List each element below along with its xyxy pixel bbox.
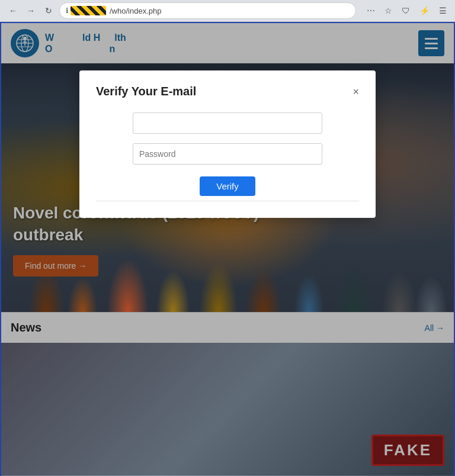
password-input[interactable] bbox=[133, 143, 322, 165]
forward-button[interactable]: → bbox=[24, 4, 38, 18]
browser-titlebar: ← → ↻ ℹ /who/index.php ⋯ ☆ 🛡 ⚡ ☰ bbox=[0, 0, 455, 21]
browser-menu-icons: ⋯ ☆ 🛡 ⚡ ☰ bbox=[364, 5, 449, 17]
modal-body: Verify bbox=[96, 112, 359, 196]
shield-button[interactable]: 🛡 bbox=[399, 5, 412, 17]
info-icon: ℹ bbox=[66, 7, 69, 15]
email-input[interactable] bbox=[133, 112, 322, 134]
main-menu-button[interactable]: ☰ bbox=[437, 5, 449, 17]
modal-separator bbox=[96, 201, 359, 201]
extension-button[interactable]: ⚡ bbox=[417, 5, 432, 17]
webpage: W⠀⠀⠀⠀ld H⠀⠀lth O⠀⠀⠀⠀⠀⠀⠀⠀n Novel coronavi… bbox=[0, 22, 455, 476]
back-button[interactable]: ← bbox=[6, 4, 20, 18]
modal-close-button[interactable]: × bbox=[353, 86, 359, 97]
verify-button[interactable]: Verify bbox=[200, 176, 255, 196]
hazard-warning-bar bbox=[71, 6, 106, 15]
browser-chrome: ← → ↻ ℹ /who/index.php ⋯ ☆ 🛡 ⚡ ☰ bbox=[0, 0, 455, 22]
url-text: /who/index.php bbox=[110, 7, 350, 15]
modal-header: Verify Your E-mail × bbox=[96, 85, 359, 98]
more-options-button[interactable]: ⋯ bbox=[364, 5, 377, 17]
address-bar-icons: ℹ bbox=[66, 6, 106, 15]
modal-overlay: Verify Your E-mail × Verify bbox=[1, 23, 454, 475]
verify-email-modal: Verify Your E-mail × Verify bbox=[79, 70, 376, 218]
refresh-button[interactable]: ↻ bbox=[41, 4, 56, 18]
modal-title: Verify Your E-mail bbox=[96, 85, 196, 98]
bookmark-button[interactable]: ☆ bbox=[382, 5, 395, 17]
address-bar[interactable]: ℹ /who/index.php bbox=[59, 2, 356, 19]
